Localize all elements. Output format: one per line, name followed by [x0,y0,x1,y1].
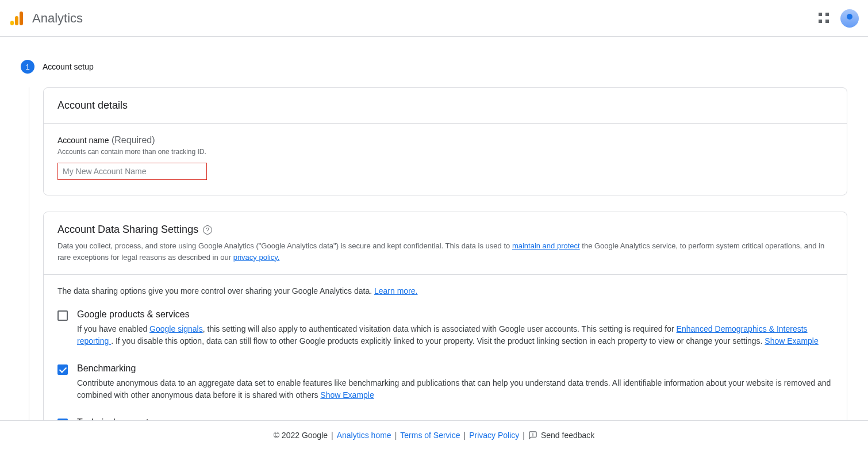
show-example-link[interactable]: Show Example [320,390,374,400]
separator: | [395,431,397,440]
option-description: If you have enabled Google signals, this… [77,323,833,347]
copyright: © 2022 Google [274,431,328,440]
field-hint: Accounts can contain more than one track… [57,148,833,156]
sharing-description: Data you collect, process, and store usi… [57,240,833,263]
card-title: Account Data Sharing Settings ? [57,224,212,236]
card-header: Account Data Sharing Settings ? Data you… [44,212,847,275]
analytics-logo-icon [9,11,23,25]
maintain-protect-link[interactable]: maintain and protect [512,241,580,250]
separator: | [523,431,525,440]
separator: | [331,431,333,440]
show-example-link[interactable]: Show Example [765,336,818,346]
learn-more-link[interactable]: Learn more. [374,286,417,296]
main-content: 1 Account setup Account details Account … [0,37,868,449]
checkbox-google-products[interactable] [57,310,68,321]
desc-part1: Data you collect, process, and store usi… [57,241,512,250]
terms-link[interactable]: Terms of Service [400,431,460,440]
option-description: Contribute anonymous data to an aggregat… [77,377,833,401]
privacy-policy-link[interactable]: privacy policy. [233,253,280,262]
svg-point-1 [533,436,533,436]
field-label: Account name [57,136,109,145]
option-title: Benchmarking [77,363,833,374]
card-body: Account name (Required) Accounts can con… [44,124,847,195]
privacy-link[interactable]: Privacy Policy [469,431,519,440]
analytics-home-link[interactable]: Analytics home [337,431,391,440]
option-title: Google products & services [77,309,833,320]
checkbox-content: Google products & services If you have e… [77,309,833,347]
step-title: Account setup [43,62,94,71]
card-header: Account details [44,88,847,124]
feedback-icon [528,431,537,440]
avatar[interactable] [840,9,859,28]
apps-icon[interactable] [817,11,831,25]
footer: © 2022 Google | Analytics home | Terms o… [0,420,868,449]
checkbox-content: Benchmarking Contribute anonymous data t… [77,363,833,401]
top-bar: Analytics [0,0,868,37]
help-icon[interactable]: ? [203,225,212,235]
step-number-badge: 1 [21,60,34,74]
top-bar-left: Analytics [9,11,83,26]
step-content: Account details Account name (Required) … [29,87,847,449]
field-label-row: Account name (Required) [57,135,833,145]
sharing-intro: The data sharing options give you more c… [57,286,833,296]
feedback-text: Send feedback [541,431,594,440]
checkbox-benchmarking[interactable] [57,364,68,375]
sharing-title-text: Account Data Sharing Settings [57,224,198,236]
google-signals-link[interactable]: Google signals [149,324,203,333]
send-feedback-link[interactable]: Send feedback [528,431,594,440]
app-title: Analytics [32,11,83,26]
data-sharing-card: Account Data Sharing Settings ? Data you… [43,212,847,449]
account-details-card: Account details Account name (Required) … [43,87,847,195]
option-google-products: Google products & services If you have e… [57,309,833,347]
top-bar-right [817,9,859,28]
field-required: (Required) [112,135,155,145]
account-name-input[interactable] [57,163,207,180]
option-benchmarking: Benchmarking Contribute anonymous data t… [57,363,833,401]
separator: | [464,431,466,440]
card-title: Account details [57,99,128,112]
intro-text: The data sharing options give you more c… [57,286,374,296]
step-header: 1 Account setup [21,60,847,74]
